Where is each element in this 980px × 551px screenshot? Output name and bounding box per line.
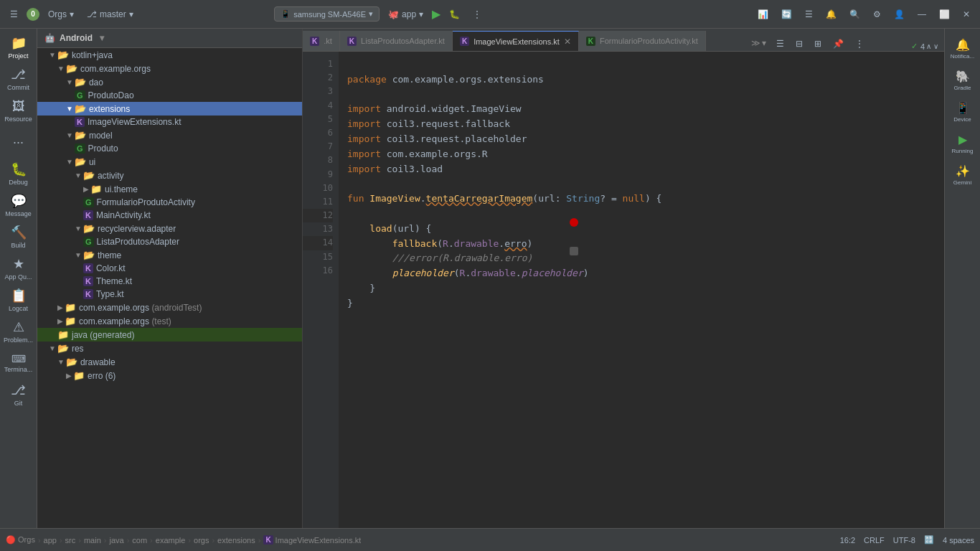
tree-item-ui[interactable]: ▼ 📂 ui (37, 155, 302, 169)
breadcrumb-orgs2[interactable]: orgs (194, 536, 209, 545)
more-actions[interactable]: ⋮ (468, 7, 486, 22)
tree-item-lista-adapter[interactable]: G ListaProdutosAdapter (37, 235, 302, 248)
tree-item-formulario-activity[interactable]: G FormularioProdutoActivity (37, 196, 302, 209)
sidebar-item-appquality[interactable]: ★ App Qu... (3, 253, 34, 284)
tree-item-erro[interactable]: ▶ 📁 erro (6) (37, 369, 302, 382)
encoding[interactable]: UTF-8 (893, 536, 915, 545)
breadcrumb-main[interactable]: main (84, 536, 101, 545)
sidebar-item-problems[interactable]: ⚠ Problem... (3, 316, 34, 347)
tabs-overflow[interactable]: ≫ ▾ (748, 35, 769, 51)
breadcrumb-file[interactable]: K ImageViewExtensions.kt (263, 535, 361, 545)
close-button[interactable]: ✕ (958, 7, 974, 22)
tree-item-model[interactable]: ▼ 📂 model (37, 128, 302, 142)
account-icon[interactable]: 👤 (890, 7, 909, 22)
pin-tab[interactable]: 📌 (829, 37, 848, 51)
branch-selector[interactable]: ⎇ master ▾ (83, 7, 138, 22)
code-content[interactable]: package com.example.orgs.extensions impo… (339, 52, 944, 528)
org-selector[interactable]: Orgs ▾ (44, 7, 78, 22)
breadcrumb-example[interactable]: example (156, 536, 186, 545)
tasks-icon[interactable]: ☰ (801, 7, 817, 22)
run-button[interactable]: ▶ (432, 7, 440, 21)
encoding-icon: 🔡 (924, 535, 934, 545)
kt-icon: K (83, 263, 93, 273)
tree-item-dao[interactable]: ▼ 📂 dao (37, 75, 302, 89)
tree-item-com-orgs-test[interactable]: ▶ 📁 com.example.orgs (test) (37, 314, 302, 328)
updates-icon[interactable]: 🔔 (821, 7, 841, 22)
sidebar-item-build[interactable]: 🔨 Build (3, 221, 34, 253)
tab-label: FormularioProdutoActivity.kt (600, 37, 698, 45)
tree-item-produto-dao[interactable]: G ProdutoDao (37, 89, 302, 102)
sidebar-item-gradle[interactable]: 🐘 Gradle (948, 66, 977, 95)
tree-item-theme[interactable]: ▼ 📂 theme (37, 248, 302, 262)
indent-type[interactable]: 4 spaces (943, 536, 974, 545)
dao-label: dao (89, 77, 103, 88)
breadcrumb-extensions[interactable]: extensions (217, 536, 255, 545)
tree-item-activity[interactable]: ▼ 📂 activity (37, 169, 302, 182)
cursor-position[interactable]: 16:2 (840, 536, 855, 545)
tree-item-com-orgs[interactable]: ▼ 📂 com.example.orgs (37, 62, 302, 75)
debug-button[interactable]: 🐛 (445, 7, 464, 22)
top-bar-left: ☰ 0 Orgs ▾ ⎇ master ▾ (6, 7, 138, 22)
search-icon[interactable]: 🔍 (845, 7, 864, 22)
maximize-button[interactable]: ⬜ (935, 7, 954, 22)
sidebar-item-more[interactable]: ··· (3, 126, 34, 158)
gradle-label: Gradle (953, 85, 971, 91)
code-editor[interactable]: 1 2 3 4 5 6 7 8 9 10 11 12 13 14 15 16 (303, 52, 944, 528)
tab-settings[interactable]: ☰ (772, 37, 788, 51)
tree-item-main-activity[interactable]: K MainActivity.kt (37, 209, 302, 222)
tree-item-type-kt[interactable]: K Type.kt (37, 288, 302, 301)
tree-item-extensions[interactable]: ▼ 📂 extensions (37, 102, 302, 116)
breadcrumb-orgs[interactable]: 🔴 Orgs (6, 535, 35, 545)
tree-item-theme-kt[interactable]: K Theme.kt (37, 275, 302, 288)
tree-item-drawable[interactable]: ▼ 📂 drawable (37, 355, 302, 369)
sidebar-item-git[interactable]: ⎇ Git (3, 379, 34, 410)
sidebar-item-gemini[interactable]: ✨ Gemini (948, 161, 977, 189)
line-ending[interactable]: CRLF (864, 536, 885, 545)
tree-item-ui-theme[interactable]: ▶ 📁 ui.theme (37, 182, 302, 196)
tree-item-kotlin-java[interactable]: ▼ 📂 kotlin+java (37, 48, 302, 62)
sidebar-item-notifications[interactable]: 🔔 Notifica... (948, 34, 977, 63)
sidebar-item-device[interactable]: 📱 Device (948, 98, 977, 126)
device-icon: 📱 (281, 9, 291, 19)
sidebar-item-running[interactable]: ▶ Running (948, 129, 977, 158)
settings-icon[interactable]: ⚙ (869, 7, 885, 22)
profiler-icon[interactable]: 📊 (753, 7, 773, 22)
breadcrumb-src[interactable]: src (65, 536, 76, 545)
tab-close-button[interactable]: ✕ (564, 37, 571, 47)
tree-item-res[interactable]: ▼ 📂 res (37, 342, 302, 355)
hamburger-menu[interactable]: ☰ (6, 7, 22, 22)
breadcrumb-java[interactable]: java (109, 536, 123, 545)
breadcrumb-app[interactable]: app (44, 536, 57, 545)
tree-item-com-orgs-android[interactable]: ▶ 📁 com.example.orgs (androidTest) (37, 301, 302, 314)
sidebar-item-debug[interactable]: 🐛 Debug (3, 158, 34, 189)
device-mirror[interactable]: 🔄 (777, 7, 796, 22)
tree-item-recyclerview[interactable]: ▼ 📂 recyclerview.adapter (37, 222, 302, 235)
sidebar-item-commit[interactable]: ⎇ Commit (3, 63, 34, 95)
tree-item-java-generated[interactable]: 📁 java (generated) (37, 328, 302, 342)
split-vertical[interactable]: ⊞ (810, 37, 826, 51)
sidebar-item-messages[interactable]: 💬 Message (3, 189, 34, 221)
minimize-button[interactable]: — (913, 7, 930, 22)
sidebar-item-resource[interactable]: 🖼 Resource (3, 95, 34, 126)
device-selector[interactable]: 📱 samsung SM-A546E ▾ (274, 6, 380, 22)
more-tab-options[interactable]: ⋮ (851, 37, 868, 51)
tree-item-imageview-ext[interactable]: K ImageViewExtensions.kt (37, 116, 302, 128)
split-horizontal[interactable]: ⊟ (791, 37, 807, 51)
scroll-hint-area[interactable]: ✓ 4 ∧ ∨ (911, 42, 944, 51)
sidebar-item-project[interactable]: 📁 Project (3, 32, 34, 63)
tree-item-produto[interactable]: G Produto (37, 142, 302, 155)
tab-formulario[interactable]: K FormularioProdutoActivity.kt (579, 31, 706, 51)
tree-item-color-kt[interactable]: K Color.kt (37, 262, 302, 275)
app-selector[interactable]: 🐙 app ▾ (384, 7, 428, 22)
tab-imageview[interactable]: K ImageViewExtensions.kt ✕ (453, 31, 579, 51)
main-layout: 📁 Project ⎇ Commit 🖼 Resource ··· 🐛 Debu… (0, 29, 980, 528)
sidebar-item-terminal[interactable]: ⌨ Termina... (3, 347, 34, 379)
gemini-icon: ✨ (956, 164, 970, 178)
android-dropdown[interactable]: ▾ (100, 33, 104, 43)
tab-kt[interactable]: K .kt (303, 31, 340, 51)
scroll-arrows[interactable]: ∧ ∨ (926, 42, 938, 50)
breadcrumb-com[interactable]: com (132, 536, 147, 545)
sidebar-item-logcat[interactable]: 📋 Logcat (3, 284, 34, 316)
tab-lista[interactable]: K ListaProdutosAdapter.kt (340, 31, 453, 51)
overflow-icon: ≫ (751, 38, 760, 48)
